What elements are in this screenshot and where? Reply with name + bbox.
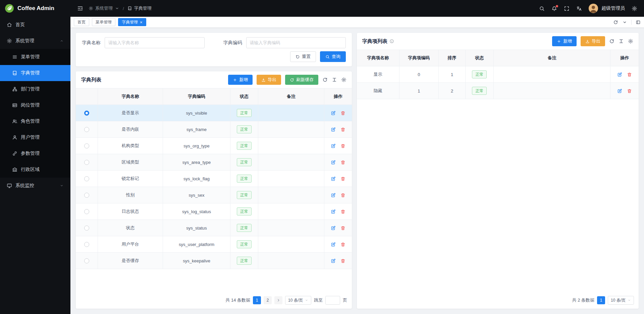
sidebar-group-system[interactable]: 系统管理: [0, 33, 70, 49]
reset-button[interactable]: 重置: [290, 51, 316, 62]
sidebar-item-region[interactable]: 行政区域: [0, 162, 70, 178]
row-select-radio[interactable]: [84, 242, 89, 247]
search-icon[interactable]: [539, 6, 545, 11]
sidebar-item-home[interactable]: 首页: [0, 17, 70, 33]
close-icon[interactable]: ×: [140, 20, 143, 24]
sidebar-item-role-mgmt[interactable]: 角色管理: [0, 113, 70, 129]
density-icon[interactable]: [619, 39, 624, 44]
row-select-radio[interactable]: [84, 258, 89, 263]
refresh-icon[interactable]: [322, 77, 328, 82]
row-select-radio[interactable]: [84, 176, 89, 181]
refresh-icon[interactable]: [609, 39, 614, 44]
dict-table-row[interactable]: 日志状态sys_log_status正常: [76, 203, 352, 220]
edit-icon[interactable]: [331, 242, 336, 247]
username[interactable]: 超级管理员: [601, 5, 625, 11]
info-icon[interactable]: [389, 39, 394, 44]
export-button[interactable]: 导出: [581, 36, 605, 46]
edit-icon[interactable]: [331, 127, 336, 132]
settings-gear-icon[interactable]: [632, 6, 637, 11]
page-button[interactable]: 1: [597, 296, 605, 304]
delete-icon[interactable]: [340, 258, 345, 263]
sidebar-item-param-mgmt[interactable]: 参数管理: [0, 145, 70, 162]
delete-icon[interactable]: [340, 176, 345, 181]
dict-code-input[interactable]: [246, 37, 346, 48]
add-button[interactable]: 新增: [552, 36, 577, 46]
next-page-button[interactable]: [274, 296, 282, 304]
sidebar-item-post-mgmt[interactable]: 岗位管理: [0, 97, 70, 113]
edit-icon[interactable]: [331, 176, 336, 181]
dict-name-cell: 区域类型: [98, 154, 163, 171]
delete-icon[interactable]: [627, 88, 632, 93]
sidebar-item-menu-mgmt[interactable]: 菜单管理: [0, 49, 70, 65]
dict-table-row[interactable]: 是否显示sys_visible正常: [76, 105, 352, 121]
dict-table-row[interactable]: 区域类型sys_area_type正常: [76, 154, 352, 171]
delete-icon[interactable]: [627, 72, 632, 77]
column-settings-icon[interactable]: [341, 77, 346, 82]
delete-icon[interactable]: [340, 127, 345, 132]
dict-table-row[interactable]: 是否内嵌sys_frame正常: [76, 121, 352, 138]
edit-icon[interactable]: [331, 160, 336, 165]
row-select-radio[interactable]: [84, 111, 89, 116]
edit-icon[interactable]: [331, 209, 336, 214]
dict-table-row[interactable]: 是否缓存sys_keepalive正常: [76, 253, 352, 269]
delete-icon[interactable]: [340, 160, 345, 165]
page-size-select[interactable]: 10 条/页: [285, 296, 311, 305]
jump-page-input[interactable]: [325, 296, 340, 305]
row-select-radio[interactable]: [84, 160, 89, 165]
sidebar-group-monitor[interactable]: 系统监控: [0, 178, 70, 194]
delete-icon[interactable]: [340, 242, 345, 247]
page-button[interactable]: 2: [264, 296, 272, 304]
row-select-radio[interactable]: [84, 226, 89, 231]
chevron-down-icon[interactable]: [622, 20, 627, 25]
row-select-radio[interactable]: [84, 209, 89, 214]
density-icon[interactable]: [332, 77, 337, 82]
page-size-select[interactable]: 10 条/页: [608, 296, 634, 305]
delete-icon[interactable]: [340, 143, 345, 148]
dict-table-row[interactable]: 用户平台sys_user_platform正常: [76, 236, 352, 253]
dict-table-row[interactable]: 机构类型sys_org_type正常: [76, 138, 352, 154]
bell-icon[interactable]: [551, 6, 557, 11]
edit-icon[interactable]: [331, 143, 336, 148]
add-button[interactable]: 新增: [228, 75, 253, 85]
refresh-icon[interactable]: [613, 20, 618, 25]
avatar[interactable]: [589, 4, 598, 13]
layout-expand-icon[interactable]: [636, 20, 641, 25]
page-button[interactable]: 1: [253, 296, 261, 304]
dict-table-row[interactable]: 性别sys_sex正常: [76, 187, 352, 203]
sidebar-item-dept-mgmt[interactable]: 部门管理: [0, 81, 70, 97]
row-select-radio[interactable]: [84, 127, 89, 132]
edit-icon[interactable]: [331, 258, 336, 263]
query-button[interactable]: 查询: [320, 51, 346, 62]
fullscreen-icon[interactable]: [564, 6, 570, 11]
tab-menu-mgmt[interactable]: 菜单管理: [92, 18, 115, 26]
export-button[interactable]: 导出: [257, 75, 281, 85]
delete-icon[interactable]: [340, 111, 345, 116]
breadcrumb-system[interactable]: 系统管理: [89, 5, 119, 11]
edit-icon[interactable]: [331, 193, 336, 198]
delete-icon[interactable]: [340, 209, 345, 214]
column-settings-icon[interactable]: [628, 39, 633, 44]
dict-name-input[interactable]: [105, 37, 205, 48]
sidebar-item-dict-mgmt[interactable]: 字典管理: [0, 65, 70, 81]
delete-icon[interactable]: [340, 226, 345, 231]
menu-fold-icon[interactable]: [77, 5, 83, 11]
dict-item-row[interactable]: 显示01正常: [357, 66, 639, 83]
edit-icon[interactable]: [331, 111, 336, 116]
app-logo[interactable]: Coffee Admin: [0, 0, 70, 17]
translate-icon[interactable]: [576, 6, 582, 11]
edit-icon[interactable]: [617, 72, 622, 77]
sidebar-item-user-mgmt[interactable]: 用户管理: [0, 129, 70, 145]
dict-item-row[interactable]: 隐藏12正常: [357, 83, 639, 99]
tab-dict-mgmt[interactable]: 字典管理 ×: [118, 18, 146, 26]
row-select-radio[interactable]: [84, 143, 89, 148]
dict-table-row[interactable]: 状态sys_status正常: [76, 220, 352, 236]
dict-table-row[interactable]: 锁定标记sys_lock_flag正常: [76, 171, 352, 187]
edit-icon[interactable]: [617, 88, 622, 93]
status-cell: 正常: [230, 220, 258, 236]
sidebar-item-label: 参数管理: [21, 150, 40, 156]
edit-icon[interactable]: [331, 226, 336, 231]
row-select-radio[interactable]: [84, 193, 89, 198]
tab-home[interactable]: 首页: [74, 18, 89, 26]
delete-icon[interactable]: [340, 193, 345, 198]
refresh-cache-button[interactable]: 刷新缓存: [285, 75, 318, 85]
